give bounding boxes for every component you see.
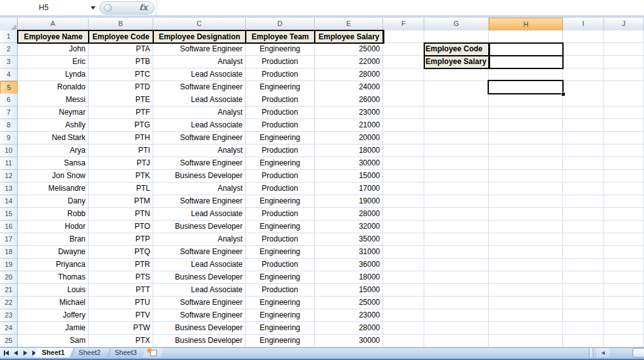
cell-G24[interactable]	[424, 322, 489, 335]
tab-sheet2[interactable]: Sheet2	[70, 348, 109, 357]
cell-C25[interactable]: Business Developer	[153, 335, 246, 347]
cell-D11[interactable]: Engineering	[246, 157, 315, 170]
cell-D2[interactable]: Engineering	[246, 43, 315, 56]
cell-F25[interactable]	[383, 335, 424, 347]
tab-split-handle[interactable]	[589, 348, 593, 357]
cell-F3[interactable]	[383, 56, 424, 68]
cell-C14[interactable]: Software Engineer	[153, 195, 246, 208]
cell-F12[interactable]	[383, 170, 424, 183]
cell-A16[interactable]: Hodor	[18, 221, 89, 233]
row-header-14[interactable]: 14	[0, 195, 18, 208]
cell-B1[interactable]: Employee Code	[89, 30, 153, 43]
cell-D3[interactable]: Production	[246, 56, 315, 68]
cell-C17[interactable]: Analyst	[153, 233, 246, 246]
cell-G19[interactable]	[424, 259, 489, 271]
column-header-F[interactable]: F	[383, 18, 424, 31]
cell-A14[interactable]: Dany	[18, 195, 89, 208]
cell-E5[interactable]: 24000	[315, 81, 383, 94]
name-box-dropdown-button[interactable]	[87, 0, 99, 15]
cell-C9[interactable]: Software Engineer	[153, 132, 246, 145]
cell-F15[interactable]	[383, 208, 424, 221]
formula-input[interactable]	[156, 0, 644, 15]
cell-E6[interactable]: 26000	[315, 94, 383, 106]
row-header-24[interactable]: 24	[0, 322, 18, 335]
cell-A9[interactable]: Ned Stark	[18, 132, 89, 145]
cell-I17[interactable]	[563, 233, 604, 246]
row-header-23[interactable]: 23	[0, 309, 18, 322]
cell-H9[interactable]	[489, 132, 563, 145]
row-header-11[interactable]: 11	[0, 157, 18, 170]
cell-G17[interactable]	[424, 233, 489, 246]
cell-D23[interactable]: Engineering	[246, 309, 315, 322]
cell-E16[interactable]: 32000	[315, 221, 383, 233]
cell-H12[interactable]	[489, 170, 563, 183]
cell-C3[interactable]: Analyst	[153, 56, 246, 68]
cell-H1[interactable]	[489, 30, 563, 43]
cell-D12[interactable]: Production	[246, 170, 315, 183]
cell-H17[interactable]	[489, 233, 563, 246]
cell-F17[interactable]	[383, 233, 424, 246]
cell-E9[interactable]: 20000	[315, 132, 383, 145]
scrollbar-track[interactable]	[609, 348, 633, 357]
insert-worksheet-button[interactable]	[142, 348, 164, 357]
cell-D16[interactable]: Engineering	[246, 221, 315, 233]
cell-C6[interactable]: Lead Associate	[153, 94, 246, 106]
cell-F8[interactable]	[383, 119, 424, 132]
column-header-B[interactable]: B	[89, 18, 153, 31]
row-header-20[interactable]: 20	[0, 271, 18, 284]
cell-B8[interactable]: PTG	[89, 119, 153, 132]
cell-A4[interactable]: Lynda	[18, 68, 89, 81]
cell-A15[interactable]: Robb	[18, 208, 89, 221]
cell-J5[interactable]	[604, 81, 644, 94]
cell-H3[interactable]	[489, 56, 563, 68]
cell-D22[interactable]: Engineering	[246, 297, 315, 309]
cell-B7[interactable]: PTF	[89, 106, 153, 119]
cell-F4[interactable]	[383, 68, 424, 81]
cell-G12[interactable]	[424, 170, 489, 183]
cell-A13[interactable]: Melisandre	[18, 183, 89, 195]
cell-H7[interactable]	[489, 106, 563, 119]
cell-A24[interactable]: Jamie	[18, 322, 89, 335]
cell-G4[interactable]	[424, 68, 489, 81]
cell-G21[interactable]	[424, 284, 489, 297]
cell-J9[interactable]	[604, 132, 644, 145]
cell-I20[interactable]	[563, 271, 604, 284]
cell-G13[interactable]	[424, 183, 489, 195]
cell-E19[interactable]: 36000	[315, 259, 383, 271]
cell-E24[interactable]: 28000	[315, 322, 383, 335]
cell-H8[interactable]	[489, 119, 563, 132]
cell-H20[interactable]	[489, 271, 563, 284]
column-header-G[interactable]: G	[424, 18, 489, 31]
cell-I16[interactable]	[563, 221, 604, 233]
cell-D19[interactable]: Production	[246, 259, 315, 271]
cell-I12[interactable]	[563, 170, 604, 183]
cell-G14[interactable]	[424, 195, 489, 208]
cell-B17[interactable]: PTP	[89, 233, 153, 246]
cell-C20[interactable]: Business Developer	[153, 271, 246, 284]
scroll-left-button[interactable]	[597, 348, 609, 357]
cell-J8[interactable]	[604, 119, 644, 132]
cell-J3[interactable]	[604, 56, 644, 68]
cell-B12[interactable]: PTK	[89, 170, 153, 183]
cell-D14[interactable]: Engineering	[246, 195, 315, 208]
cell-I1[interactable]	[563, 30, 604, 43]
cell-F7[interactable]	[383, 106, 424, 119]
cell-J20[interactable]	[604, 271, 644, 284]
fill-handle[interactable]	[561, 92, 565, 96]
cell-A7[interactable]: Neymar	[18, 106, 89, 119]
cell-B20[interactable]: PTS	[89, 271, 153, 284]
cell-C24[interactable]: Business Developer	[153, 322, 246, 335]
cell-G23[interactable]	[424, 309, 489, 322]
cell-A20[interactable]: Thomas	[18, 271, 89, 284]
cell-H25[interactable]	[489, 335, 563, 347]
select-all-corner[interactable]	[0, 18, 18, 31]
cell-C5[interactable]: Software Engineer	[153, 81, 246, 94]
cell-H13[interactable]	[489, 183, 563, 195]
cell-I6[interactable]	[563, 94, 604, 106]
cell-E7[interactable]: 23000	[315, 106, 383, 119]
cell-D17[interactable]: Production	[246, 233, 315, 246]
row-header-4[interactable]: 4	[0, 68, 18, 81]
cell-J11[interactable]	[604, 157, 644, 170]
cell-J7[interactable]	[604, 106, 644, 119]
row-header-17[interactable]: 17	[0, 233, 18, 246]
